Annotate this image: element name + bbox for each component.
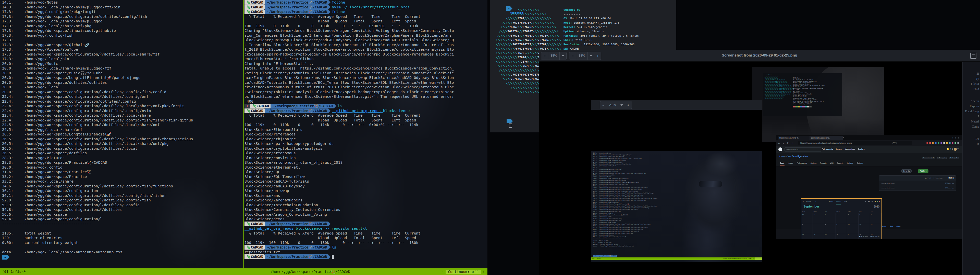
tmux-terminal-window[interactable]: 14.1:/home/ygg/Notes14.3:/home/ygg/.loca… — [0, 0, 487, 275]
commit-hash[interactable]: 4e7f957 — [925, 177, 931, 179]
calendar-view-tab[interactable]: Week — [829, 199, 834, 204]
calendar-day-cell[interactable]: 4 — [859, 213, 870, 223]
back-icon[interactable]: ← — [778, 142, 780, 144]
zoom-level-value[interactable]: 38% — [548, 52, 560, 60]
calendar-event[interactable]: Sat.. 12:30 pm — [859, 236, 868, 237]
fullscreen-icon[interactable] — [970, 53, 977, 59]
repo-social-chip[interactable]: Star0 — [937, 155, 947, 160]
calendar-day-cell[interactable]: 2 — [836, 213, 847, 223]
repo-tab[interactable]: Settings — [857, 160, 863, 166]
extension-icon[interactable] — [955, 142, 956, 144]
reload-icon[interactable]: ⟳ — [787, 142, 789, 144]
calendar-day-cell[interactable]: 8 — [824, 223, 836, 233]
extension-icon[interactable] — [932, 142, 934, 144]
image-canvas[interactable]: 14.1: /home/ygg/Notes14.3: /home/ygg/.lo… — [591, 110, 762, 258]
calendar-icon[interactable]: ▦ — [868, 199, 870, 204]
calendar-day-cell[interactable]: 3 — [847, 213, 859, 223]
calendar-day-cell[interactable]: 11 — [859, 223, 870, 233]
tmux-session-window[interactable]: [0] 1:fish* — [2, 269, 26, 275]
repo-social-chip[interactable]: Fork0 — [949, 155, 959, 160]
repo-social-chip[interactable]: Unwatch ▾1 — [922, 155, 935, 160]
chevron-down-icon[interactable] — [620, 104, 623, 106]
calendar-day-cell[interactable]: 18Sat.. 12:30 pm — [859, 233, 870, 239]
zoom-in-button[interactable]: + — [625, 103, 632, 107]
commit-file-row[interactable]: ...ore order to tmux.14 hours ago — [879, 181, 956, 186]
extension-icon[interactable] — [926, 142, 928, 144]
github-nav-item[interactable]: Issues — [836, 148, 842, 150]
zoom-level-value[interactable]: 21% — [607, 101, 618, 109]
calendar-day-cell[interactable]: 15 — [824, 233, 836, 239]
chevron-down-icon[interactable] — [590, 55, 592, 57]
github-nav-item[interactable]: Marketplace — [845, 148, 855, 150]
repo-breadcrumb[interactable]: LinuxIsCool / configuration — [780, 155, 808, 158]
calendar-day-cell[interactable]: 12 — [870, 223, 881, 233]
gnome-calendar-window[interactable]: + Today ‹ › WeekMonthYear ⌕▦≡ September — [801, 198, 882, 239]
calendar-event[interactable]: LAD.. 0:00 pm — [870, 236, 879, 237]
extension-icon[interactable] — [929, 142, 931, 144]
github-search-input[interactable]: Search or jump to... — [784, 147, 821, 152]
repo-tab[interactable]: Actions — [811, 160, 816, 166]
zoom-out-button[interactable]: − — [600, 103, 607, 107]
tmux-pane-border[interactable] — [243, 0, 244, 269]
calendar-day-cell[interactable]: 31 — [813, 213, 824, 223]
extension-icon[interactable] — [943, 142, 945, 144]
new-tab-button[interactable]: + — [843, 136, 844, 139]
extension-icon[interactable] — [946, 142, 948, 144]
calendar-day-cell[interactable]: 5 — [870, 213, 881, 223]
zoom-level-value[interactable]: 38% — [576, 52, 588, 60]
calendar-day-cell[interactable]: 7 — [813, 223, 824, 233]
go-to-file-button[interactable]: Go to file — [901, 169, 912, 173]
browser-tab[interactable]: BlockScience/cadCAD-O.. — [778, 136, 811, 140]
calendar-day-cell[interactable]: 6 — [801, 223, 813, 233]
github-logo-icon[interactable] — [778, 147, 782, 151]
home-icon[interactable]: ⌂ — [792, 142, 793, 144]
calendar-day-cell[interactable]: 13 — [801, 233, 813, 239]
footer-link[interactable]: About — [897, 225, 900, 227]
zoom-out-button[interactable]: − — [541, 54, 548, 58]
calendar-add-button[interactable]: + — [803, 199, 804, 204]
repo-tab[interactable]: Pull requests — [797, 160, 807, 166]
calendar-view-tab[interactable]: Month — [836, 199, 841, 204]
repo-tab[interactable]: Insights — [847, 160, 853, 166]
tmux-pane-autojump[interactable]: 14.1:/home/ygg/Notes14.3:/home/ygg/.loca… — [0, 0, 243, 269]
calendar-day-cell[interactable]: 9 — [836, 223, 847, 233]
github-nav-item[interactable]: Pull requests — [822, 148, 833, 150]
repo-tab[interactable]: Code — [780, 160, 784, 166]
calendar-day-cell[interactable]: 17 — [847, 233, 859, 239]
repo-tab[interactable]: Projects — [820, 160, 826, 166]
zoom-in-button[interactable]: + — [594, 54, 601, 58]
extension-icon[interactable] — [935, 142, 937, 144]
calendar-icon[interactable]: ≡ — [872, 199, 873, 204]
extension-icon[interactable] — [952, 142, 953, 144]
repo-tab[interactable]: Issues — [788, 160, 793, 166]
forward-icon[interactable]: → — [783, 142, 785, 144]
calendar-next-icon[interactable]: › — [815, 199, 816, 204]
avatar[interactable] — [954, 148, 957, 151]
desktop-right[interactable]: scratch.txt shoes and docs − 38% − 38% +… — [487, 0, 980, 275]
add-file-button[interactable]: Add file ▾ — [918, 169, 928, 173]
calendar-today-button[interactable]: Today — [806, 199, 811, 204]
repo-tab[interactable]: Wiki — [830, 160, 833, 166]
extension-icon[interactable] — [938, 142, 939, 144]
calendar-day-cell[interactable]: 30 — [801, 213, 813, 223]
image-viewer-headerbar[interactable]: − 21% + — [591, 100, 762, 110]
tmux-pane-cadcad[interactable]: 🦎CADCAD~/Workspace/Practice🏹/CADCADfclon… — [245, 0, 487, 269]
extension-icon[interactable] — [949, 142, 951, 144]
calendar-day-cell[interactable]: 19LAD.. 0:00 pm — [870, 233, 881, 239]
image-viewer-headerbar[interactable]: − 38% − 38% + Screenshot from 2020-09-29… — [539, 50, 980, 62]
github-nav-item[interactable]: Explore — [858, 148, 865, 150]
calendar-day-cell[interactable]: 16 — [836, 233, 847, 239]
extension-icon[interactable] — [940, 142, 942, 144]
footer-link[interactable]: Blog — [890, 225, 893, 227]
image-viewer-window-small[interactable]: − 21% + 14.1: /home/ygg/Notes14.3: /home… — [591, 100, 762, 258]
zoom-out-button[interactable]: − — [570, 54, 576, 58]
calendar-icon[interactable]: ⌕ — [865, 199, 866, 204]
repo-tab[interactable]: Security — [837, 160, 843, 166]
calendar-day-cell[interactable]: 14 — [813, 233, 824, 239]
calendar-day-cell[interactable]: 10 — [847, 223, 859, 233]
extension-icon[interactable] — [957, 142, 959, 144]
calendar-day-cell[interactable]: 1 — [824, 213, 836, 223]
commit-file-row[interactable]: ...ore order to tmux.14 hours ago — [879, 186, 956, 191]
history-link[interactable]: History — [948, 177, 954, 179]
browser-tab[interactable]: configuration/popos-gno.. — [810, 136, 843, 140]
